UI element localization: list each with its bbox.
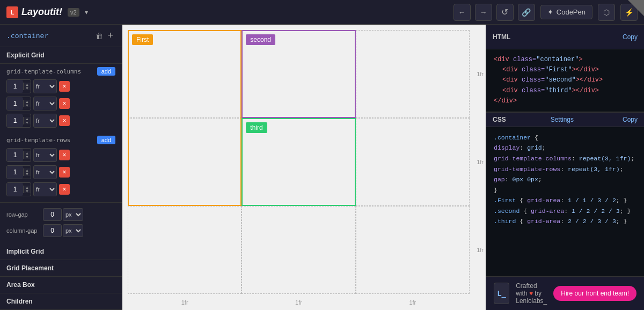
row-3-unit[interactable]: frpx%auto bbox=[33, 182, 57, 196]
grid-cell[interactable] bbox=[128, 118, 241, 206]
row-2-down[interactable]: ▼ bbox=[24, 172, 31, 176]
column-2-down[interactable]: ▼ bbox=[24, 104, 31, 107]
grid-canvas-area: First second third 1fr 1fr 1fr 1fr 1fr 1… bbox=[122, 25, 486, 310]
container-row: .container 🗑 + bbox=[0, 25, 122, 47]
col-gap-unit[interactable]: px%em bbox=[63, 224, 83, 237]
corner-decoration bbox=[628, 0, 644, 16]
first-label[interactable]: First bbox=[132, 34, 153, 45]
area-box-header[interactable]: Area Box bbox=[0, 277, 122, 293]
right-panel: HTML Copy <div class="container"> <div c… bbox=[486, 25, 644, 310]
grid-cell[interactable] bbox=[356, 30, 470, 118]
grid-container: First second third bbox=[128, 30, 470, 294]
app-logo: L Layoutit! bbox=[6, 6, 62, 18]
right-footer: L_ Crafted with ♥ by Leniolabs_ Hire our… bbox=[486, 276, 644, 310]
column-3-delete-button[interactable]: × bbox=[59, 115, 70, 126]
fr-bottom-2: 1fr bbox=[241, 299, 355, 306]
chevron-down-icon[interactable]: ▾ bbox=[85, 9, 88, 16]
heart-icon: ♥ bbox=[529, 290, 533, 297]
row-1-down[interactable]: ▼ bbox=[24, 155, 31, 159]
column-2-delete-button[interactable]: × bbox=[59, 98, 70, 109]
column-1-delete-button[interactable]: × bbox=[59, 81, 70, 92]
css-line-1: .container { bbox=[494, 132, 636, 143]
row-3-delete-button[interactable]: × bbox=[59, 184, 70, 195]
fr-right-3: 1fr bbox=[477, 206, 484, 294]
copy-html-button[interactable]: Copy bbox=[623, 33, 638, 41]
column-3-down[interactable]: ▼ bbox=[24, 121, 31, 124]
lenio-logo: L_ bbox=[494, 283, 509, 304]
app-name: Layoutit! bbox=[21, 6, 62, 18]
row-3-down[interactable]: ▼ bbox=[24, 189, 31, 193]
grid-cell[interactable] bbox=[356, 118, 470, 206]
column-1-down[interactable]: ▼ bbox=[24, 86, 31, 90]
copy-css-button[interactable]: Copy bbox=[623, 116, 638, 123]
row-gap-input[interactable] bbox=[43, 208, 62, 221]
back-button[interactable]: ← bbox=[453, 4, 471, 21]
css-section-label: CSS bbox=[493, 116, 506, 123]
codepen-button[interactable]: ✦ HTML CodePen bbox=[540, 5, 592, 19]
html-line-5: </div> bbox=[494, 96, 636, 106]
grid-cell[interactable] bbox=[128, 206, 241, 294]
column-3-unit[interactable]: frpx%auto bbox=[33, 114, 57, 128]
column-1-unit[interactable]: frpx%auto bbox=[33, 79, 57, 93]
column-2-value[interactable] bbox=[7, 97, 23, 110]
children-header[interactable]: Children bbox=[0, 293, 122, 310]
col-gap-input-group: px%em bbox=[43, 224, 83, 237]
grid-cells bbox=[128, 30, 470, 294]
fr-bottom-3: 1fr bbox=[356, 299, 470, 306]
fr-bottom-labels: 1fr 1fr 1fr bbox=[128, 299, 470, 306]
column-2-up[interactable]: ▲ bbox=[24, 100, 31, 104]
grid-cell[interactable] bbox=[241, 206, 355, 294]
row-2-delete-button[interactable]: × bbox=[59, 167, 70, 178]
columns-label-row: grid-template-columns add bbox=[0, 64, 122, 78]
cube-button[interactable]: ⬡ bbox=[598, 4, 615, 21]
row-1-value[interactable] bbox=[7, 149, 23, 161]
grid-placement-header[interactable]: Grid Placement bbox=[0, 260, 122, 277]
column-1-value[interactable] bbox=[7, 80, 23, 93]
add-row-button[interactable]: add bbox=[97, 136, 115, 144]
fr-bottom-1: 1fr bbox=[128, 299, 241, 306]
link-button[interactable]: 🔗 bbox=[518, 4, 535, 21]
row-3-input-group: ▲ ▼ bbox=[6, 182, 31, 196]
right-topbar: HTML Copy bbox=[486, 25, 644, 49]
column-1-up[interactable]: ▲ bbox=[24, 83, 31, 86]
hire-button[interactable]: Hire our front end team! bbox=[553, 286, 636, 301]
row-3-up[interactable]: ▲ bbox=[24, 186, 31, 189]
app-icon: L bbox=[6, 6, 18, 18]
row-1-input-group: ▲ ▼ bbox=[6, 148, 31, 162]
row-3-value[interactable] bbox=[7, 183, 23, 196]
gap-row: row-gap px%em bbox=[0, 202, 122, 224]
add-column-button[interactable]: add bbox=[97, 67, 115, 76]
row-2-value[interactable] bbox=[7, 166, 23, 179]
grid-cell[interactable] bbox=[356, 206, 470, 294]
row-1-delete-button[interactable]: × bbox=[59, 150, 70, 160]
css-header-row: CSS Settings Copy bbox=[486, 112, 644, 127]
col-gap-input[interactable] bbox=[43, 224, 62, 237]
implicit-grid-header[interactable]: Implicit Grid bbox=[0, 243, 122, 260]
left-sidebar: .container 🗑 + Explicit Grid grid-templa… bbox=[0, 25, 122, 310]
row-2-unit[interactable]: frpx%auto bbox=[33, 165, 57, 179]
html-line-4: <div class="third"></div> bbox=[494, 86, 636, 96]
row-row-1: ▲ ▼ frpx%auto × bbox=[0, 146, 122, 164]
css-line-5: gap: 0px 0px; bbox=[494, 174, 636, 185]
css-line-9: .third { grid-area: 2 / 2 / 3 / 3; } bbox=[494, 216, 636, 227]
explicit-grid-header[interactable]: Explicit Grid bbox=[0, 47, 122, 64]
row-1-unit[interactable]: frpx%auto bbox=[33, 148, 57, 162]
refresh-button[interactable]: ↺ bbox=[496, 4, 514, 21]
column-3-value[interactable] bbox=[7, 114, 23, 127]
third-label[interactable]: third bbox=[246, 122, 267, 133]
column-3-up[interactable]: ▲ bbox=[24, 117, 31, 121]
column-3-input-group: ▲ ▼ bbox=[6, 114, 31, 128]
row-2-up[interactable]: ▲ bbox=[24, 168, 31, 172]
second-label[interactable]: second bbox=[246, 34, 275, 45]
row-row-3: ▲ ▼ frpx%auto × bbox=[0, 181, 122, 198]
html-line-2: <div class="First"></div> bbox=[494, 65, 636, 75]
column-2-unit[interactable]: frpx%auto bbox=[33, 97, 57, 110]
add-container-button[interactable]: + bbox=[105, 29, 115, 42]
forward-button[interactable]: → bbox=[475, 4, 492, 21]
settings-button[interactable]: Settings bbox=[551, 116, 574, 123]
css-code-block: .container { display: grid; grid-templat… bbox=[486, 127, 644, 276]
row-1-up[interactable]: ▲ bbox=[24, 151, 31, 155]
row-gap-unit[interactable]: px%em bbox=[63, 208, 83, 221]
delete-container-button[interactable]: 🗑 bbox=[93, 31, 105, 41]
column-row-1: ▲ ▼ frpx%auto × bbox=[0, 78, 122, 95]
